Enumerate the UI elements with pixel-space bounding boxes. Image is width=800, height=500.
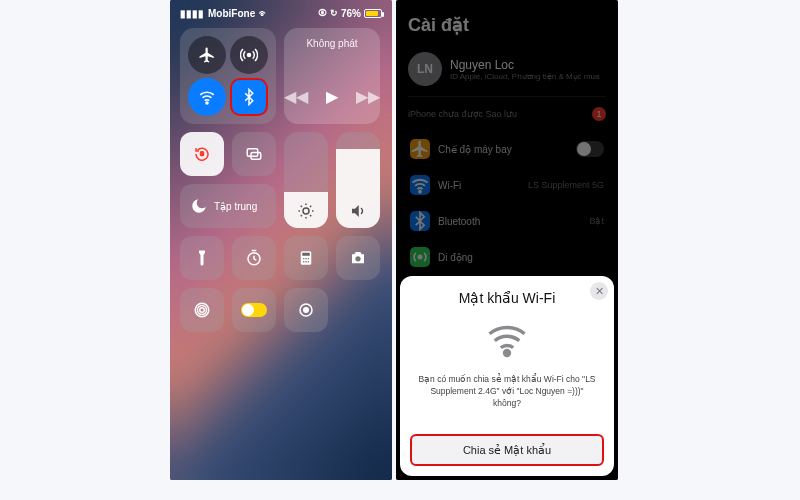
calculator-button[interactable] xyxy=(284,236,328,280)
svg-point-24 xyxy=(505,351,510,356)
rotation-lock-icon xyxy=(193,145,211,163)
media-module[interactable]: Không phát ◀◀ ▶ ▶▶ xyxy=(284,28,380,124)
wifi-button[interactable] xyxy=(188,78,226,116)
bluetooth-button[interactable] xyxy=(230,78,268,116)
svg-point-5 xyxy=(303,208,309,214)
bluetooth-icon xyxy=(240,88,258,106)
speaker-icon xyxy=(349,202,367,220)
focus-label: Tập trung xyxy=(214,201,257,212)
airplane-mode-button[interactable] xyxy=(188,36,226,74)
camera-icon xyxy=(349,249,367,267)
svg-point-13 xyxy=(305,261,307,263)
wifi-status-icon: ᯤ xyxy=(259,8,269,19)
svg-point-20 xyxy=(304,308,309,313)
svg-point-14 xyxy=(308,261,310,263)
timer-button[interactable] xyxy=(232,236,276,280)
svg-rect-8 xyxy=(302,253,310,256)
svg-point-0 xyxy=(248,54,251,57)
phone-control-center: ▮▮▮▮ MobiFone ᯤ ⦿ ↻ 76% xyxy=(170,0,392,480)
mirroring-icon xyxy=(245,145,263,163)
wifi-icon xyxy=(486,318,528,360)
carrier-name: MobiFone xyxy=(208,8,255,19)
connectivity-module[interactable] xyxy=(180,28,276,124)
status-bar: ▮▮▮▮ MobiFone ᯤ ⦿ ↻ 76% xyxy=(180,6,382,20)
close-button[interactable]: ✕ xyxy=(590,282,608,300)
svg-point-15 xyxy=(355,256,360,261)
low-power-toggle-icon xyxy=(241,303,267,317)
volume-slider[interactable] xyxy=(336,132,380,228)
flashlight-icon xyxy=(193,249,211,267)
signal-icon: ▮▮▮▮ xyxy=(180,8,204,19)
screen-mirroring-button[interactable] xyxy=(232,132,276,176)
antenna-icon xyxy=(240,46,258,64)
svg-point-17 xyxy=(198,306,207,315)
svg-point-11 xyxy=(308,258,310,260)
svg-point-16 xyxy=(200,308,205,313)
share-password-button[interactable]: Chia sẻ Mật khẩu xyxy=(410,434,604,466)
brightness-slider[interactable] xyxy=(284,132,328,228)
calculator-icon xyxy=(297,249,315,267)
svg-point-1 xyxy=(206,102,208,104)
record-icon xyxy=(297,301,315,319)
cellular-data-button[interactable] xyxy=(230,36,268,74)
share-button-label: Chia sẻ Mật khẩu xyxy=(463,444,551,457)
svg-point-10 xyxy=(305,258,307,260)
low-power-button[interactable] xyxy=(232,288,276,332)
svg-point-9 xyxy=(303,258,305,260)
focus-button[interactable]: Tập trung xyxy=(180,184,276,228)
sun-icon xyxy=(297,202,315,220)
svg-point-12 xyxy=(303,261,305,263)
flashlight-button[interactable] xyxy=(180,236,224,280)
nfc-button[interactable] xyxy=(180,288,224,332)
svg-rect-2 xyxy=(201,152,204,156)
battery-icon xyxy=(364,9,382,18)
previous-track-icon[interactable]: ◀◀ xyxy=(284,87,308,106)
play-icon[interactable]: ▶ xyxy=(326,87,338,106)
alarm-icon: ⦿ xyxy=(318,8,327,18)
next-track-icon[interactable]: ▶▶ xyxy=(356,87,380,106)
screen-record-button[interactable] xyxy=(284,288,328,332)
sheet-title: Mật khẩu Wi-Fi xyxy=(459,290,556,306)
media-status-label: Không phát xyxy=(284,38,380,49)
nfc-icon xyxy=(193,301,211,319)
phone-settings-share: Cài đặt LN Nguyen Loc ID Apple, iCloud, … xyxy=(396,0,618,480)
timer-icon xyxy=(245,249,263,267)
airplane-icon xyxy=(198,46,216,64)
wifi-share-sheet: ✕ Mật khẩu Wi-Fi Bạn có muốn chia sẻ mật… xyxy=(400,276,614,476)
lock-rotation-icon: ↻ xyxy=(330,8,338,18)
battery-percent: 76% xyxy=(341,8,361,19)
camera-button[interactable] xyxy=(336,236,380,280)
sheet-message: Bạn có muốn chia sẻ mật khẩu Wi-Fi cho "… xyxy=(410,374,604,410)
wifi-icon xyxy=(198,88,216,106)
orientation-lock-button[interactable] xyxy=(180,132,224,176)
moon-icon xyxy=(190,197,208,215)
control-center: ▮▮▮▮ MobiFone ᯤ ⦿ ↻ 76% xyxy=(170,0,392,480)
